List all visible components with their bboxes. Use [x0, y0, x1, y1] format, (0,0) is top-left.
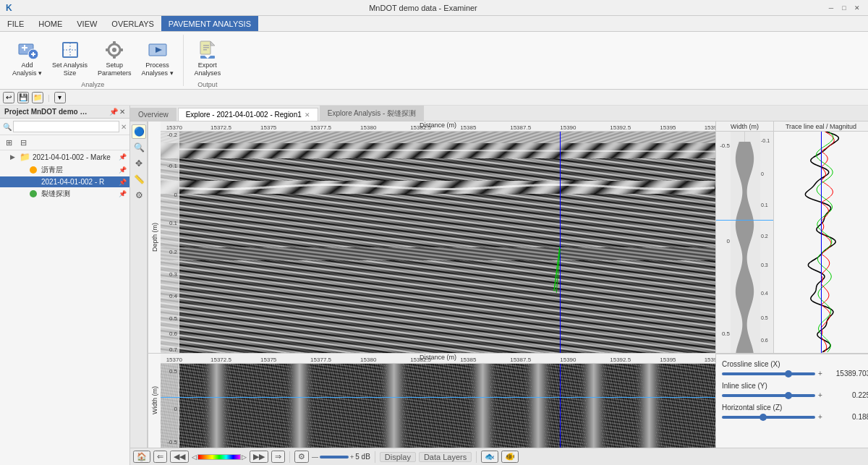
side-toolbar: 🔵 🔍 ✥ 📏 ⚙ [130, 121, 148, 448]
svg-rect-14 [119, 48, 123, 51]
menu-overlays[interactable]: OVERLAYS [104, 16, 161, 31]
fish2-button[interactable]: 🐠 [501, 451, 519, 463]
tab-explore[interactable]: Explore - 2021-04-01-002 - Region1 ✕ [178, 108, 318, 121]
w-tick-2: 0 [727, 238, 730, 244]
tab-analysis-label: Explore Analysis - 裂缝探测 [328, 108, 416, 119]
prev-button[interactable]: ⇐ [153, 451, 167, 463]
play-prev-button[interactable]: ◀◀ [170, 451, 189, 463]
fish1-button[interactable]: 🐟 [481, 451, 498, 463]
distance-axis-top: Distance (m) 15370 15372.5 15375 15377.5… [161, 121, 715, 132]
clear-search-icon[interactable]: ✕ [121, 123, 127, 131]
save-button[interactable]: 💾 [17, 92, 29, 103]
svg-rect-21 [203, 49, 207, 51]
tab-explore-close[interactable]: ✕ [305, 111, 310, 119]
next-button[interactable]: ⇒ [271, 451, 285, 463]
tree-item-asphalt[interactable]: 沥青层 📌 [0, 163, 129, 176]
ribbon-export[interactable]: ExportAnalyses [191, 36, 225, 80]
inline-slider[interactable] [722, 394, 815, 397]
plus-icon: + [350, 453, 354, 461]
add-analysis-icon [16, 38, 39, 61]
search-icon: 🔍 [3, 123, 12, 131]
pointer-tool-button[interactable]: 🔵 [132, 124, 146, 139]
width-viz: -0.5 0 0.5 -0.1 0 0.1 0.2 0.3 [716, 132, 773, 353]
horizontal-plus-icon: + [818, 413, 822, 421]
width-y-axis: -0.5 0 0.5 [716, 132, 731, 353]
qa-button4[interactable]: ▾ [54, 92, 66, 103]
bottom-chart-canvas[interactable]: Distance (m) 15370 15372.5 15375 15377.5… [161, 354, 715, 448]
tab-bar: Overview Explore - 2021-04-01-002 - Regi… [130, 106, 868, 121]
horizontal-slider[interactable] [722, 416, 815, 419]
play-next-button[interactable]: ▶▶ [250, 451, 268, 463]
zoom-tool-button[interactable]: 🔍 [132, 140, 146, 155]
tree-item-folder[interactable]: ▶ 📁 2021-04-01-002 - Marke 📌 [0, 150, 129, 163]
undo-button[interactable]: ↩ [3, 92, 14, 103]
inline-plus-icon: + [818, 391, 822, 399]
y-tick--02: -0.2 [167, 132, 177, 138]
collapse-all-button[interactable]: ⊟ [17, 137, 29, 148]
move-tool-button[interactable]: ✥ [132, 156, 146, 171]
gain-value: 5 dB [355, 453, 370, 461]
gpr-scan-top[interactable]: -0.2 -0.1 0 0.1 0.2 0.3 0.4 0.5 0.6 0.7 [161, 132, 715, 353]
ribbon-add-analysis[interactable]: AddAnalysis ▾ [9, 36, 46, 80]
ribbon-process[interactable]: ProcessAnalyses ▾ [138, 36, 177, 80]
btm-x-tick-11: 15397.5 [705, 357, 715, 363]
width-y-label: Width (m) [148, 354, 161, 448]
bottom-crossline-marker [560, 364, 561, 448]
settings-status-button[interactable]: ⚙ [294, 451, 309, 463]
crossline-slider[interactable] [722, 372, 815, 375]
crack-label: 裂缝探测 [39, 189, 116, 199]
dr-tick-1: -0.1 [761, 138, 770, 143]
sidebar-close-button[interactable]: ✕ [119, 108, 125, 116]
search-input[interactable] [13, 121, 119, 132]
trace-panel: Width (m) -0.5 0 0.5 [716, 121, 868, 354]
region-pin-icon: 📌 [119, 179, 127, 186]
data-layers-button[interactable]: Data Layers [419, 452, 472, 462]
restore-button[interactable]: □ [839, 3, 849, 13]
width-label-text: Width (m) [731, 123, 759, 130]
btm-y-tick-3: -0.5 [167, 439, 177, 445]
measure-tool-button[interactable]: 📏 [132, 172, 146, 187]
gain-slider-visual [320, 456, 349, 458]
crossline-value: 15389.703 (m) [825, 370, 868, 377]
ribbon-setup-params[interactable]: SetupParameters [94, 36, 135, 80]
main-chart-canvas[interactable]: Distance (m) 15370 15372.5 15375 15377.5… [161, 121, 715, 353]
y-tick-0: 0 [174, 192, 177, 198]
tab-analysis[interactable]: Explore Analysis - 裂缝探测 [320, 106, 424, 121]
btm-x-tick-3: 15377.5 [310, 357, 331, 363]
btm-x-tick-6: 15385 [460, 357, 476, 363]
display-button[interactable]: Display [380, 452, 416, 462]
dr-tick-4: 0.2 [761, 234, 768, 239]
status-bar: 🏠 ⇐ ◀◀ ◁ ▷ ▶▶ ⇒ ⚙ — + 5 dB Display Data … [130, 448, 868, 465]
y-tick-07: 0.7 [169, 346, 177, 353]
inline-slider-row: + 0.225 (m) [722, 391, 862, 399]
menu-view[interactable]: VIEW [69, 16, 104, 31]
y-tick-04: 0.4 [169, 293, 177, 299]
tree-item-region[interactable]: 2021-04-01-002 - R 📌 [0, 176, 129, 187]
qa-button3[interactable]: 📁 [32, 92, 43, 103]
ribbon-set-size[interactable]: Set AnalysisSize [48, 36, 91, 80]
svg-rect-20 [203, 47, 209, 48]
home-nav-button[interactable]: 🏠 [133, 451, 150, 463]
scale-left-icon: ◁ [192, 453, 197, 461]
horizontal-slider-row: + 0.188 (m) [722, 413, 862, 421]
controls-panel: Crossline slice (X) + 15389.703 (m) Inli… [716, 354, 868, 448]
minimize-button[interactable]: ─ [826, 3, 836, 13]
asphalt-label: 沥青层 [39, 165, 116, 175]
crossline-plus-icon: + [818, 370, 822, 377]
gpr-scan-bottom[interactable]: 0.5 0 -0.5 [161, 364, 715, 448]
expand-all-button[interactable]: ⊞ [3, 137, 14, 148]
pin-button[interactable]: 📌 [109, 108, 118, 116]
tree-item-crack[interactable]: 裂缝探测 📌 [0, 187, 129, 200]
window-controls: ─ □ ✕ [826, 3, 862, 13]
tab-overview[interactable]: Overview [130, 108, 176, 121]
set-size-label: Set AnalysisSize [52, 61, 88, 77]
settings-tool-button[interactable]: ⚙ [132, 188, 146, 202]
tab-overview-label: Overview [138, 111, 169, 119]
close-button[interactable]: ✕ [852, 3, 862, 13]
menu-file[interactable]: FILE [0, 16, 31, 31]
app-logo: K [6, 3, 12, 13]
bottom-chart: Width (m) Distance (m) 15370 15372.5 153… [148, 354, 715, 448]
menu-pavement-analysis[interactable]: PAVEMENT ANALYSIS [161, 16, 258, 31]
export-icon [196, 38, 219, 61]
menu-home[interactable]: HOME [31, 16, 69, 31]
